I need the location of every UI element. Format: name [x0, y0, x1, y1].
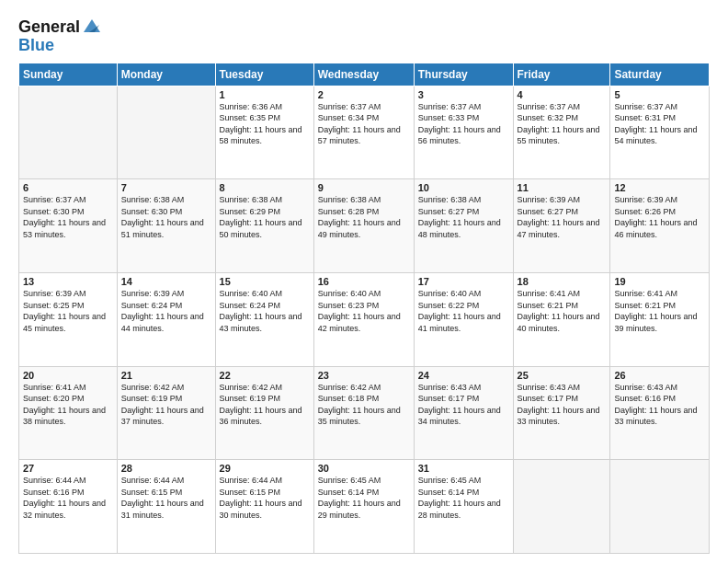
calendar-week-row: 20 Sunrise: 6:41 AMSunset: 6:20 PMDaylig… [19, 366, 710, 460]
day-info: Sunrise: 6:37 AMSunset: 6:31 PMDaylight:… [614, 102, 697, 146]
day-info: Sunrise: 6:37 AMSunset: 6:33 PMDaylight:… [418, 102, 501, 146]
day-number: 16 [318, 276, 410, 287]
day-info: Sunrise: 6:37 AMSunset: 6:32 PMDaylight:… [518, 102, 600, 146]
calendar-cell: 23 Sunrise: 6:42 AMSunset: 6:18 PMDaylig… [313, 366, 414, 460]
calendar-col-header: Wednesday [313, 63, 414, 86]
calendar-cell: 5 Sunrise: 6:37 AMSunset: 6:31 PMDayligh… [610, 86, 710, 179]
day-number: 25 [518, 370, 607, 381]
day-info: Sunrise: 6:40 AMSunset: 6:22 PMDaylight:… [418, 289, 501, 333]
calendar-col-header: Thursday [414, 63, 513, 86]
calendar-header-row: SundayMondayTuesdayWednesdayThursdayFrid… [19, 63, 710, 86]
day-number: 23 [318, 370, 410, 381]
day-number: 18 [518, 276, 607, 287]
day-info: Sunrise: 6:39 AMSunset: 6:24 PMDaylight:… [121, 289, 204, 333]
day-number: 2 [318, 89, 410, 100]
logo: General Blue [18, 18, 102, 55]
day-info: Sunrise: 6:44 AMSunset: 6:15 PMDaylight:… [220, 476, 302, 520]
calendar-cell: 12 Sunrise: 6:39 AMSunset: 6:26 PMDaylig… [610, 179, 710, 273]
day-number: 10 [418, 182, 509, 193]
day-info: Sunrise: 6:43 AMSunset: 6:17 PMDaylight:… [418, 383, 501, 427]
day-info: Sunrise: 6:37 AMSunset: 6:30 PMDaylight:… [23, 195, 106, 239]
calendar-col-header: Tuesday [215, 63, 313, 86]
calendar-cell: 13 Sunrise: 6:39 AMSunset: 6:25 PMDaylig… [19, 272, 118, 366]
calendar-cell: 19 Sunrise: 6:41 AMSunset: 6:21 PMDaylig… [610, 272, 710, 366]
svg-marker-0 [84, 19, 100, 32]
day-info: Sunrise: 6:38 AMSunset: 6:27 PMDaylight:… [418, 195, 501, 239]
day-info: Sunrise: 6:40 AMSunset: 6:23 PMDaylight:… [318, 289, 401, 333]
calendar-col-header: Friday [513, 63, 610, 86]
day-info: Sunrise: 6:38 AMSunset: 6:29 PMDaylight:… [220, 195, 302, 239]
day-number: 30 [318, 463, 410, 474]
day-info: Sunrise: 6:39 AMSunset: 6:27 PMDaylight:… [518, 195, 600, 239]
page: General Blue SundayMondayTuesdayWednesda… [0, 0, 728, 563]
day-info: Sunrise: 6:45 AMSunset: 6:14 PMDaylight:… [318, 476, 401, 520]
calendar-col-header: Sunday [19, 63, 118, 86]
calendar-cell: 21 Sunrise: 6:42 AMSunset: 6:19 PMDaylig… [117, 366, 215, 460]
calendar-cell: 11 Sunrise: 6:39 AMSunset: 6:27 PMDaylig… [513, 179, 610, 273]
day-info: Sunrise: 6:44 AMSunset: 6:16 PMDaylight:… [23, 476, 106, 520]
calendar-cell [117, 86, 215, 179]
day-info: Sunrise: 6:40 AMSunset: 6:24 PMDaylight:… [220, 289, 302, 333]
logo-text-general: General [18, 18, 80, 37]
calendar-cell: 7 Sunrise: 6:38 AMSunset: 6:30 PMDayligh… [117, 179, 215, 273]
calendar-cell: 30 Sunrise: 6:45 AMSunset: 6:14 PMDaylig… [313, 460, 414, 554]
calendar-cell: 27 Sunrise: 6:44 AMSunset: 6:16 PMDaylig… [19, 460, 118, 554]
calendar-cell: 20 Sunrise: 6:41 AMSunset: 6:20 PMDaylig… [19, 366, 118, 460]
day-number: 22 [220, 370, 310, 381]
day-info: Sunrise: 6:41 AMSunset: 6:21 PMDaylight:… [518, 289, 600, 333]
day-number: 9 [318, 182, 410, 193]
calendar-week-row: 1 Sunrise: 6:36 AMSunset: 6:35 PMDayligh… [19, 86, 710, 179]
day-info: Sunrise: 6:36 AMSunset: 6:35 PMDaylight:… [220, 102, 302, 146]
day-number: 12 [614, 182, 705, 193]
day-number: 17 [418, 276, 509, 287]
logo-icon [82, 16, 102, 36]
day-number: 21 [121, 370, 211, 381]
calendar-col-header: Saturday [610, 63, 710, 86]
day-info: Sunrise: 6:37 AMSunset: 6:34 PMDaylight:… [318, 102, 401, 146]
calendar-col-header: Monday [117, 63, 215, 86]
calendar-cell: 25 Sunrise: 6:43 AMSunset: 6:17 PMDaylig… [513, 366, 610, 460]
day-info: Sunrise: 6:38 AMSunset: 6:28 PMDaylight:… [318, 195, 401, 239]
header: General Blue [18, 15, 710, 55]
calendar-cell [19, 86, 118, 179]
day-info: Sunrise: 6:43 AMSunset: 6:17 PMDaylight:… [518, 383, 600, 427]
calendar-cell: 22 Sunrise: 6:42 AMSunset: 6:19 PMDaylig… [215, 366, 313, 460]
day-number: 20 [23, 370, 113, 381]
day-info: Sunrise: 6:44 AMSunset: 6:15 PMDaylight:… [121, 476, 204, 520]
calendar-cell: 10 Sunrise: 6:38 AMSunset: 6:27 PMDaylig… [414, 179, 513, 273]
calendar-cell: 18 Sunrise: 6:41 AMSunset: 6:21 PMDaylig… [513, 272, 610, 366]
calendar-cell: 17 Sunrise: 6:40 AMSunset: 6:22 PMDaylig… [414, 272, 513, 366]
day-number: 19 [614, 276, 705, 287]
day-number: 29 [220, 463, 310, 474]
day-number: 24 [418, 370, 509, 381]
day-number: 27 [23, 463, 113, 474]
calendar-cell: 2 Sunrise: 6:37 AMSunset: 6:34 PMDayligh… [313, 86, 414, 179]
calendar-cell [610, 460, 710, 554]
logo-text-blue: Blue [18, 36, 54, 54]
calendar-week-row: 13 Sunrise: 6:39 AMSunset: 6:25 PMDaylig… [19, 272, 710, 366]
day-number: 7 [121, 182, 211, 193]
day-number: 1 [220, 89, 310, 100]
calendar-cell: 14 Sunrise: 6:39 AMSunset: 6:24 PMDaylig… [117, 272, 215, 366]
calendar-cell: 26 Sunrise: 6:43 AMSunset: 6:16 PMDaylig… [610, 366, 710, 460]
day-number: 13 [23, 276, 113, 287]
calendar-cell: 8 Sunrise: 6:38 AMSunset: 6:29 PMDayligh… [215, 179, 313, 273]
calendar-cell: 28 Sunrise: 6:44 AMSunset: 6:15 PMDaylig… [117, 460, 215, 554]
day-info: Sunrise: 6:42 AMSunset: 6:19 PMDaylight:… [121, 383, 204, 427]
day-info: Sunrise: 6:39 AMSunset: 6:25 PMDaylight:… [23, 289, 106, 333]
day-info: Sunrise: 6:42 AMSunset: 6:18 PMDaylight:… [318, 383, 401, 427]
day-number: 28 [121, 463, 211, 474]
calendar-week-row: 27 Sunrise: 6:44 AMSunset: 6:16 PMDaylig… [19, 460, 710, 554]
day-info: Sunrise: 6:45 AMSunset: 6:14 PMDaylight:… [418, 476, 501, 520]
day-number: 11 [518, 182, 607, 193]
day-info: Sunrise: 6:42 AMSunset: 6:19 PMDaylight:… [220, 383, 302, 427]
day-number: 6 [23, 182, 113, 193]
calendar-cell: 1 Sunrise: 6:36 AMSunset: 6:35 PMDayligh… [215, 86, 313, 179]
calendar-cell: 4 Sunrise: 6:37 AMSunset: 6:32 PMDayligh… [513, 86, 610, 179]
calendar-cell: 16 Sunrise: 6:40 AMSunset: 6:23 PMDaylig… [313, 272, 414, 366]
day-info: Sunrise: 6:43 AMSunset: 6:16 PMDaylight:… [614, 383, 697, 427]
calendar-cell: 9 Sunrise: 6:38 AMSunset: 6:28 PMDayligh… [313, 179, 414, 273]
calendar-week-row: 6 Sunrise: 6:37 AMSunset: 6:30 PMDayligh… [19, 179, 710, 273]
day-number: 8 [220, 182, 310, 193]
day-info: Sunrise: 6:41 AMSunset: 6:20 PMDaylight:… [23, 383, 106, 427]
